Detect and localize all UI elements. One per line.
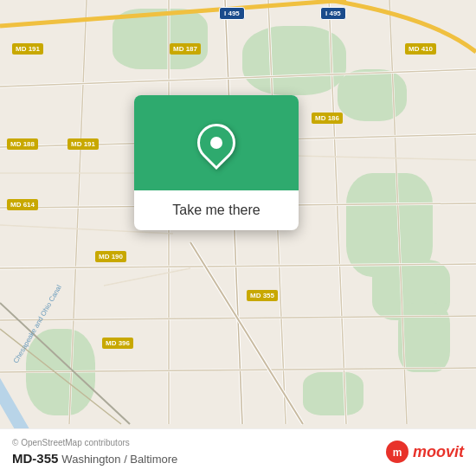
road-badge-md190: MD 190 <box>95 251 126 262</box>
svg-line-27 <box>190 242 303 424</box>
route-title: MD-355 <box>12 451 58 466</box>
road-badge-md191-1: MD 191 <box>12 43 43 55</box>
location-pin-icon <box>190 116 243 170</box>
svg-line-31 <box>104 268 190 286</box>
map-container: I 495 I 495 MD 191 MD 187 MD 410 MD 191 … <box>0 0 476 476</box>
svg-line-9 <box>389 0 407 424</box>
road-badge-md191-2: MD 191 <box>68 138 99 150</box>
take-me-there-button[interactable]: Take me there <box>134 190 299 230</box>
road-badge-md187: MD 187 <box>170 43 201 55</box>
road-badge-md396: MD 396 <box>102 338 133 349</box>
svg-line-24 <box>0 303 130 424</box>
moovit-branding: m moovit <box>385 440 464 464</box>
road-badge-md355: MD 355 <box>247 290 278 301</box>
svg-text:m: m <box>393 447 402 459</box>
svg-line-11 <box>69 0 87 424</box>
bottom-bar: © OpenStreetMap contributors MD-355 Wash… <box>0 428 476 476</box>
location-popup: Take me there <box>134 95 299 230</box>
bottom-left-info: © OpenStreetMap contributors MD-355 Wash… <box>12 438 177 466</box>
road-badge-i495-1: I 495 <box>219 7 245 20</box>
road-badge-md614: MD 614 <box>7 199 38 210</box>
take-me-there-label: Take me there <box>172 203 260 218</box>
moovit-logo-text: moovit <box>413 443 464 461</box>
svg-line-30 <box>294 156 476 160</box>
road-badge-md188: MD 188 <box>7 138 38 150</box>
moovit-icon: m <box>385 440 409 464</box>
popup-green-header <box>134 95 299 190</box>
road-badge-md410: MD 410 <box>405 43 436 55</box>
svg-line-7 <box>329 0 346 424</box>
svg-line-19 <box>0 264 476 268</box>
attribution-text: © OpenStreetMap contributors <box>12 438 177 447</box>
svg-line-13 <box>0 69 476 87</box>
route-subtitle: Washington / Baltimore <box>61 453 177 466</box>
road-badge-md186: MD 186 <box>312 113 343 124</box>
road-badge-i495-2: I 495 <box>320 7 346 20</box>
road-network <box>0 0 476 476</box>
